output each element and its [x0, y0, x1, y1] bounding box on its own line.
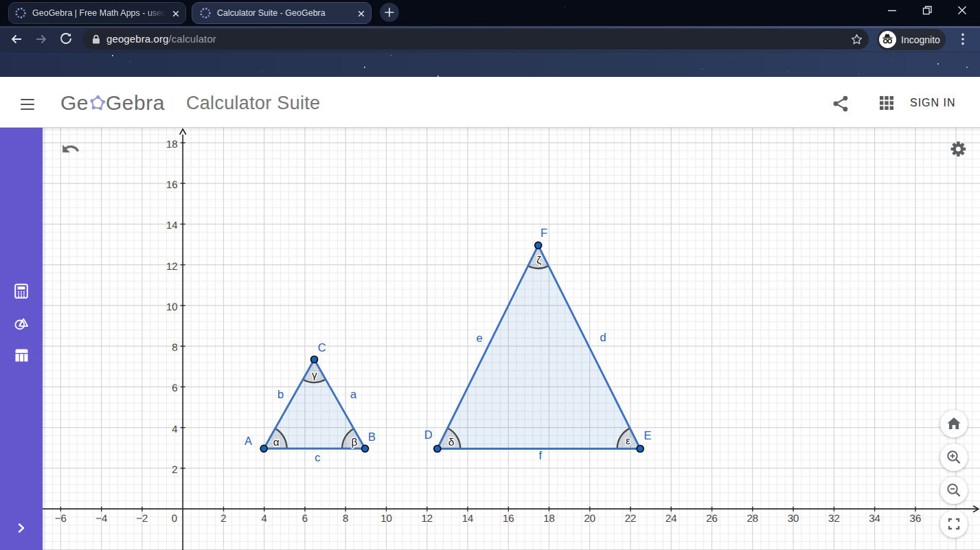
svg-text:20: 20	[584, 513, 595, 525]
svg-text:6: 6	[172, 382, 177, 394]
svg-text:14: 14	[166, 220, 178, 231]
svg-text:16: 16	[166, 179, 178, 191]
svg-text:22: 22	[625, 513, 637, 525]
svg-text:−6: −6	[55, 513, 67, 525]
svg-text:4: 4	[172, 424, 177, 435]
svg-text:10: 10	[166, 301, 178, 313]
svg-text:γ: γ	[312, 369, 317, 380]
svg-text:12: 12	[166, 261, 178, 273]
svg-text:D: D	[424, 428, 433, 441]
svg-text:36: 36	[910, 513, 922, 525]
svg-text:A: A	[244, 435, 252, 447]
svg-text:24: 24	[665, 513, 677, 525]
svg-text:a: a	[350, 388, 357, 400]
svg-text:18: 18	[166, 139, 178, 150]
svg-text:b: b	[277, 388, 284, 400]
svg-text:32: 32	[828, 513, 840, 525]
svg-text:16: 16	[503, 513, 514, 525]
svg-text:0: 0	[172, 513, 177, 525]
svg-text:26: 26	[706, 513, 718, 525]
svg-text:2: 2	[172, 464, 177, 476]
svg-text:18: 18	[543, 513, 555, 525]
svg-text:B: B	[368, 431, 376, 443]
svg-text:ε: ε	[626, 435, 630, 446]
svg-text:β: β	[351, 436, 357, 448]
svg-text:α: α	[273, 436, 280, 448]
svg-text:−4: −4	[95, 513, 107, 525]
svg-text:−2: −2	[136, 513, 148, 525]
svg-text:28: 28	[747, 513, 758, 525]
svg-text:14: 14	[462, 513, 474, 525]
svg-text:8: 8	[343, 513, 348, 525]
svg-text:f: f	[539, 449, 543, 461]
svg-text:ζ: ζ	[536, 254, 541, 266]
svg-text:F: F	[540, 227, 547, 239]
svg-text:4: 4	[262, 513, 267, 525]
svg-text:30: 30	[788, 513, 799, 525]
svg-text:C: C	[318, 341, 326, 354]
svg-text:2: 2	[220, 513, 226, 525]
svg-text:e: e	[476, 332, 482, 344]
svg-text:12: 12	[421, 513, 433, 525]
svg-text:34: 34	[869, 513, 880, 525]
svg-text:6: 6	[302, 513, 308, 525]
svg-text:E: E	[643, 429, 651, 442]
svg-text:δ: δ	[448, 436, 455, 448]
svg-text:8: 8	[172, 342, 177, 354]
svg-text:10: 10	[380, 513, 392, 525]
svg-text:d: d	[600, 331, 606, 343]
svg-text:c: c	[315, 451, 320, 463]
